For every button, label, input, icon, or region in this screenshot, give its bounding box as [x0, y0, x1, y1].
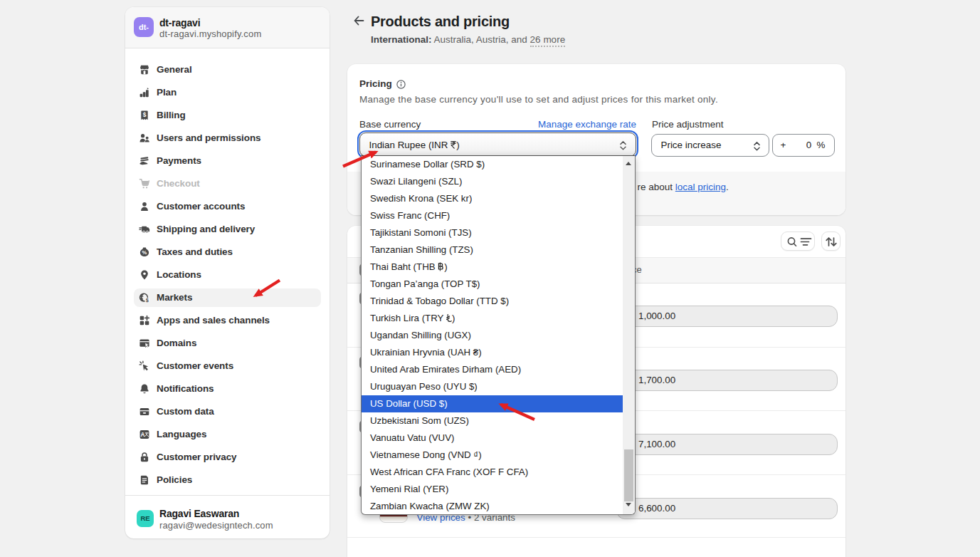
svg-text:$: $	[146, 297, 149, 303]
svg-text:A: A	[140, 432, 144, 438]
svg-text:$: $	[143, 111, 147, 118]
svg-text:%: %	[142, 249, 147, 256]
